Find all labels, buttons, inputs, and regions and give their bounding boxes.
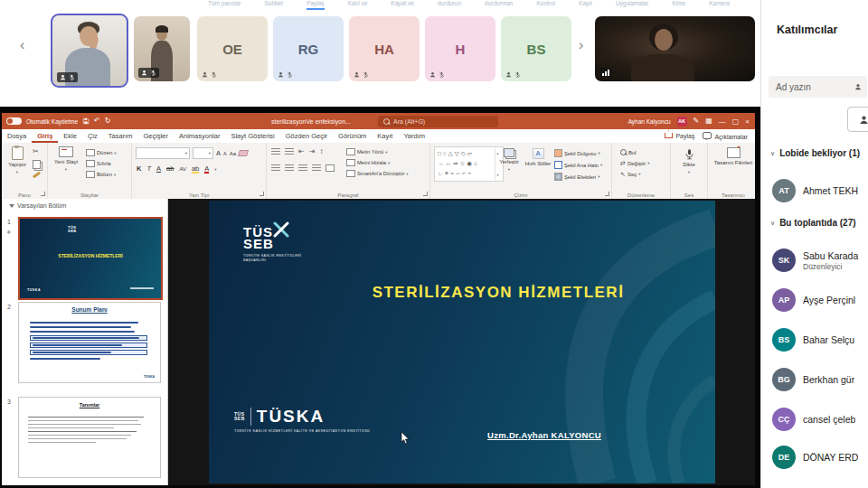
account-avatar[interactable]: AK xyxy=(677,117,687,127)
dialog-launcher[interactable] xyxy=(605,192,609,196)
menu-item[interactable]: durdurman xyxy=(485,0,513,8)
dialog-launcher[interactable] xyxy=(423,192,428,196)
video-tile-selected[interactable] xyxy=(51,14,128,88)
find-button[interactable]: Bul xyxy=(620,149,649,155)
save-icon[interactable] xyxy=(82,117,90,125)
tab-animasyonlar[interactable]: Animasyonlar xyxy=(174,129,225,143)
tab-gozden-gecir[interactable]: Gözden Geçir xyxy=(280,129,333,143)
justify-icon[interactable] xyxy=(312,164,321,172)
bullets-icon[interactable] xyxy=(271,148,280,155)
tab-ciz[interactable]: Çiz xyxy=(82,129,103,143)
menu-item[interactable]: durdurun xyxy=(438,0,461,8)
tab-gorunum[interactable]: Görünüm xyxy=(333,129,372,143)
grow-font-button[interactable] xyxy=(216,149,221,157)
avatar-tile[interactable]: HA xyxy=(349,16,420,81)
tab-yardim[interactable]: Yardım xyxy=(398,129,430,143)
menu-item[interactable]: Sohbet xyxy=(265,0,284,8)
menu-item[interactable]: Kontrol xyxy=(536,0,555,8)
columns-icon[interactable] xyxy=(326,164,335,172)
redo-icon[interactable] xyxy=(105,117,111,125)
select-button[interactable]: Seç xyxy=(620,171,649,177)
slide-thumbnail-2[interactable]: Sunum Planı TÜSKA xyxy=(18,302,161,383)
font-size-select[interactable] xyxy=(193,147,213,159)
italic-button[interactable]: T xyxy=(146,164,151,173)
character-spacing-button[interactable]: AV xyxy=(179,166,186,172)
menu-item[interactable]: Kamera xyxy=(709,0,730,8)
share-invite-button[interactable] xyxy=(847,107,868,132)
shrink-font-button[interactable] xyxy=(223,149,227,157)
tab-gecisler[interactable]: Geçişler xyxy=(137,129,174,143)
account-name[interactable]: Ayhan Kalyoncu xyxy=(628,118,671,125)
line-spacing-icon[interactable] xyxy=(319,148,323,155)
underline-button[interactable]: A xyxy=(156,164,161,173)
layout-button[interactable]: Düzen xyxy=(86,149,117,156)
font-name-select[interactable] xyxy=(136,147,190,159)
participant-row[interactable]: SK Sabu Karada Düzenleyici xyxy=(772,245,868,276)
participant-search-input[interactable]: Ad yazın xyxy=(769,76,867,98)
align-left-icon[interactable] xyxy=(271,164,280,172)
participant-row[interactable]: BS Bahar Selçu xyxy=(772,324,868,355)
shape-fill-button[interactable]: Şekil Dolgusu xyxy=(554,149,602,157)
strikethrough-button[interactable]: ab xyxy=(166,164,174,173)
section-button[interactable]: Bölüm xyxy=(86,171,117,178)
document-title[interactable]: sterilizasyonVe enfeksiyon... xyxy=(271,113,351,129)
lobby-section-header[interactable]: Lobide bekliyor (1) xyxy=(770,148,860,158)
slide-thumbnail-3[interactable]: Tanımlar xyxy=(18,397,161,478)
tab-slayt-gosterisi[interactable]: Slayt Gösterisi xyxy=(225,129,279,143)
arrange-button[interactable]: Yerleştir xyxy=(495,148,523,172)
align-right-icon[interactable] xyxy=(298,164,307,172)
video-tile-speaker[interactable] xyxy=(595,16,755,81)
menu-item[interactable]: Katıl ve xyxy=(348,0,368,8)
font-color-button[interactable]: A xyxy=(204,164,209,173)
gallery-next-button[interactable]: › xyxy=(579,38,583,52)
decrease-indent-icon[interactable] xyxy=(298,148,305,155)
dialog-launcher[interactable] xyxy=(259,192,264,196)
menu-item[interactable]: Tüm panolar xyxy=(208,0,241,8)
replace-button[interactable]: Değiştir xyxy=(620,160,649,166)
align-center-icon[interactable] xyxy=(285,164,294,172)
share-button[interactable]: Paylaş xyxy=(665,133,694,139)
tab-tasarim[interactable]: Tasarım xyxy=(103,129,138,143)
avatar-tile[interactable]: BS xyxy=(501,16,571,81)
paste-button[interactable]: Yapıştır xyxy=(5,146,30,174)
ribbon-options-icon[interactable] xyxy=(705,117,712,125)
video-tile[interactable] xyxy=(134,16,190,81)
text-direction-button[interactable]: Metin Yönü xyxy=(346,148,409,155)
tab-giris[interactable]: Giriş xyxy=(32,129,58,143)
format-painter-icon[interactable] xyxy=(33,172,41,179)
avatar-tile[interactable]: RG xyxy=(273,16,344,81)
smartart-button[interactable]: SmartArt'a Dönüştür xyxy=(346,170,409,177)
highlight-color-button[interactable]: ab xyxy=(192,164,199,173)
autosave-toggle[interactable] xyxy=(6,117,22,125)
new-slide-button[interactable]: Yeni Slayt xyxy=(51,146,81,172)
participant-row[interactable]: BG Berkhan gür xyxy=(772,364,868,395)
pen-icon[interactable] xyxy=(693,117,700,125)
menu-item[interactable]: Uygulamalar xyxy=(616,0,649,8)
minimize-button[interactable] xyxy=(719,117,726,126)
shapes-gallery[interactable]: □○△▽◇▱ →↔⇒☆◉⌂ ∟≡≈∽⌐¬ xyxy=(434,146,504,182)
avatar-tile[interactable]: OE xyxy=(197,16,268,81)
quick-styles-button[interactable]: A Hızlı Stiller xyxy=(524,148,552,167)
participant-row[interactable]: AT Ahmet TEKH xyxy=(772,175,868,206)
shape-outline-button[interactable]: Şekil Ana Hattı xyxy=(554,161,602,169)
participant-row[interactable]: AP Ayşe Perçinl xyxy=(772,285,868,315)
cut-icon[interactable] xyxy=(33,148,41,155)
restore-button[interactable] xyxy=(732,117,740,126)
participant-row[interactable]: CÇ cansel çeleb xyxy=(772,404,868,435)
tab-dosya[interactable]: Dosya xyxy=(2,129,32,143)
menu-item[interactable]: Kime xyxy=(672,0,685,8)
design-ideas-button[interactable]: Tasarım Fikirleri xyxy=(713,147,753,166)
menu-item[interactable]: Kapat ve xyxy=(391,0,414,8)
participant-row[interactable]: DE DÖNAY ERD xyxy=(772,442,868,473)
bold-button[interactable]: K xyxy=(137,164,141,173)
slide-thumbnail-1[interactable]: TÜSSEB STERİLİZASYON HİZMETLERİ TÜSKA xyxy=(18,217,163,300)
tab-kayit[interactable]: Kayıt xyxy=(372,129,398,143)
menu-item[interactable]: Kayıt xyxy=(579,0,592,8)
numbering-icon[interactable] xyxy=(285,148,294,155)
reset-button[interactable]: Sıfırla xyxy=(86,160,117,167)
copy-icon[interactable] xyxy=(33,160,41,169)
increase-indent-icon[interactable] xyxy=(309,148,316,155)
menu-item-active[interactable]: Paylaş xyxy=(307,0,325,8)
undo-icon[interactable] xyxy=(94,117,100,125)
clear-formatting-icon[interactable] xyxy=(238,150,249,156)
